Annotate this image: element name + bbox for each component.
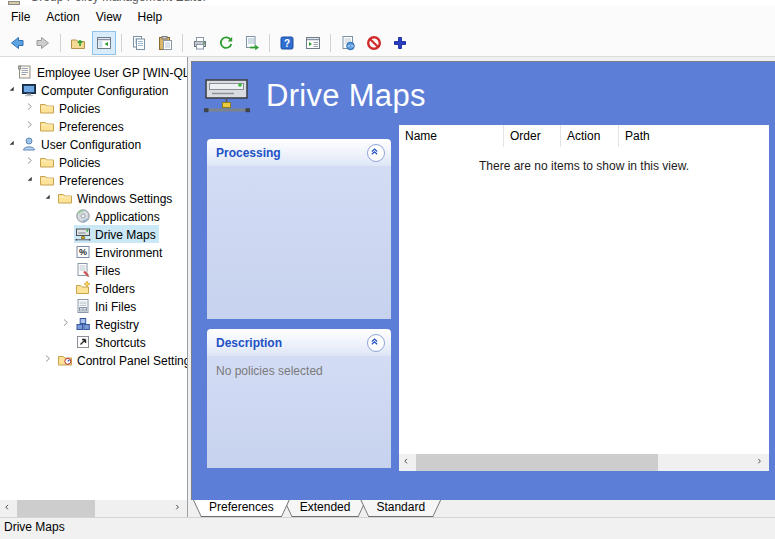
copy-button[interactable]	[127, 31, 151, 55]
tree-item-files[interactable]: Files	[0, 261, 187, 279]
chevron-expanded-icon[interactable]	[6, 138, 20, 150]
console-tree-toggle-button[interactable]	[92, 31, 116, 55]
menu-action[interactable]: Action	[38, 7, 87, 27]
svg-text:<>: <>	[347, 43, 354, 50]
help-button[interactable]: ?	[275, 31, 299, 55]
menu-bar: FileActionViewHelp	[0, 5, 775, 29]
properties-window-button[interactable]	[301, 31, 325, 55]
print-button[interactable]	[188, 31, 212, 55]
back-button[interactable]	[5, 31, 29, 55]
tree-item-preferences[interactable]: Preferences	[0, 117, 187, 135]
svg-text:%: %	[79, 247, 87, 257]
column-header-name[interactable]: Name	[399, 125, 504, 147]
tree-item-policies[interactable]: Policies	[0, 153, 187, 171]
description-panel: Description No policies selected	[207, 329, 391, 468]
tree-item-ini-files[interactable]: Ini Files	[0, 297, 187, 315]
description-panel-header: Description	[207, 329, 391, 356]
folder-icon	[39, 118, 55, 134]
tree-item-preferences[interactable]: Preferences	[0, 171, 187, 189]
tree-item-applications[interactable]: Applications	[0, 207, 187, 225]
scroll-right-icon[interactable]	[170, 500, 187, 517]
view-tabstrip: PreferencesExtendedStandard	[188, 500, 775, 517]
help-icon: ?	[279, 35, 295, 51]
tree-item-drive-maps[interactable]: Drive Maps	[0, 225, 187, 243]
control-panel-icon	[57, 352, 73, 368]
collapse-chevron-icon[interactable]	[367, 334, 385, 352]
chevron-collapsed-icon[interactable]	[24, 156, 38, 168]
tab-label: Preferences	[209, 500, 274, 514]
tree-scroll-thumb[interactable]	[17, 500, 95, 517]
list-scroll-track[interactable]	[416, 454, 752, 471]
chevron-collapsed-icon[interactable]	[24, 120, 38, 132]
tree-item-label: Registry	[95, 317, 139, 332]
main-split: Employee User GP [WIN-QLV59IComputer Con…	[0, 57, 775, 517]
empty-list-message: There are no items to show in this view.	[399, 159, 769, 173]
pane-header: Drive Maps	[204, 76, 426, 116]
column-header-action[interactable]: Action	[561, 125, 619, 147]
scroll-left-icon[interactable]	[0, 500, 17, 517]
tree-item-label: Shortcuts	[95, 335, 146, 350]
column-header-order[interactable]: Order	[504, 125, 561, 147]
chevron-expanded-icon[interactable]	[6, 84, 20, 96]
tree-item-control-panel-settings[interactable]: Control Panel Settings	[0, 351, 187, 369]
copy-icon	[131, 35, 147, 51]
toolbar-separator	[60, 34, 61, 52]
tree-item-user-configuration[interactable]: User Configuration	[0, 135, 187, 153]
add-icon	[392, 35, 408, 51]
menu-view[interactable]: View	[88, 7, 130, 27]
description-text: No policies selected	[207, 356, 391, 386]
chevron-collapsed-icon[interactable]	[60, 318, 74, 330]
menu-help[interactable]: Help	[130, 7, 171, 27]
collapse-chevron-icon[interactable]	[367, 144, 385, 162]
tree-item-computer-configuration[interactable]: Computer Configuration	[0, 81, 187, 99]
paste-button[interactable]	[153, 31, 177, 55]
tree-item-registry[interactable]: Registry	[0, 315, 187, 333]
tree-item-label: Drive Maps	[95, 227, 156, 242]
console-tree: Employee User GP [WIN-QLV59IComputer Con…	[0, 57, 187, 369]
drive-maps-icon	[204, 76, 250, 116]
export-list-button[interactable]	[240, 31, 264, 55]
folders-icon	[75, 280, 91, 296]
tree-item-folders[interactable]: Folders	[0, 279, 187, 297]
tab-standard[interactable]: Standard	[360, 500, 441, 517]
menu-file[interactable]: File	[3, 7, 38, 27]
tree-horizontal-scrollbar[interactable]	[0, 500, 187, 517]
xml-report-button[interactable]: <>	[336, 31, 360, 55]
tree-scroll-track[interactable]	[17, 500, 170, 517]
block-button[interactable]	[362, 31, 386, 55]
chevron-expanded-icon[interactable]	[42, 192, 56, 204]
toolbar-separator	[121, 34, 122, 52]
tab-preferences[interactable]: Preferences	[193, 500, 290, 517]
tree-item-label: Environment	[95, 245, 162, 260]
column-header-path[interactable]: Path	[619, 125, 769, 147]
refresh-button[interactable]	[214, 31, 238, 55]
tree-item-label: Ini Files	[95, 299, 136, 314]
forward-button[interactable]	[31, 31, 55, 55]
scroll-right-icon[interactable]	[752, 454, 769, 471]
registry-icon	[75, 316, 91, 332]
add-button[interactable]	[388, 31, 412, 55]
tree-item-environment[interactable]: %Environment	[0, 243, 187, 261]
chevron-expanded-icon[interactable]	[24, 174, 38, 186]
tab-extended[interactable]: Extended	[284, 500, 367, 517]
toolbar-separator	[182, 34, 183, 52]
up-one-level-button[interactable]	[66, 31, 90, 55]
tree-item-label: Windows Settings	[77, 191, 172, 206]
chevron-collapsed-icon[interactable]	[42, 354, 56, 366]
tree-item-label: Files	[95, 263, 120, 278]
tree-item-employee-user-gp-win-qlv59i[interactable]: Employee User GP [WIN-QLV59I	[0, 63, 187, 81]
tree-item-shortcuts[interactable]: Shortcuts	[0, 333, 187, 351]
shortcuts-icon	[75, 334, 91, 350]
tree-item-label: Applications	[95, 209, 160, 224]
chevron-collapsed-icon[interactable]	[24, 102, 38, 114]
processing-panel-header: Processing	[207, 139, 391, 166]
list-horizontal-scrollbar[interactable]	[399, 454, 769, 471]
page-title: Drive Maps	[266, 78, 426, 114]
list-scroll-thumb[interactable]	[416, 454, 658, 471]
folder-icon	[39, 100, 55, 116]
scroll-left-icon[interactable]	[399, 454, 416, 471]
tree-item-windows-settings[interactable]: Windows Settings	[0, 189, 187, 207]
folder-icon	[57, 190, 73, 206]
tree-item-policies[interactable]: Policies	[0, 99, 187, 117]
properties-window-icon	[305, 35, 321, 51]
